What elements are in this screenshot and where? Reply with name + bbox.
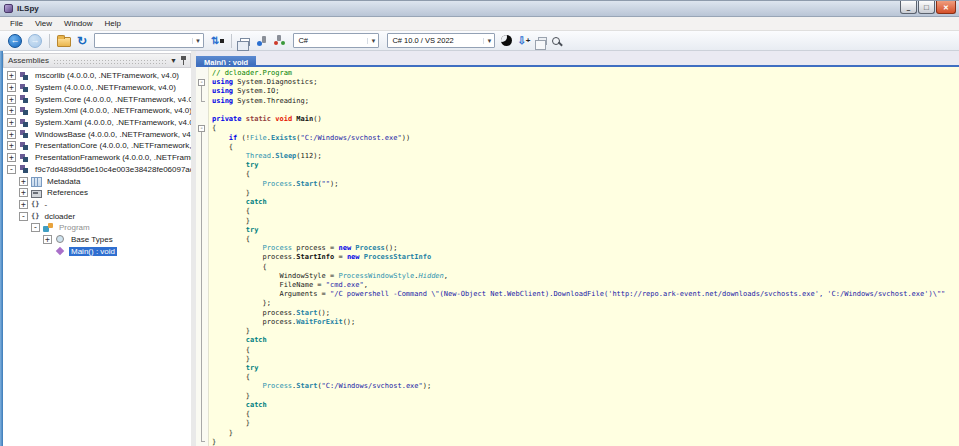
main-area: Assemblies ▼ +mscorlib (4.0.0.0, .NETFra… [0,51,959,446]
code-line: process.Start(); [212,309,959,318]
code-line: using System.Diagnostics; [212,78,959,87]
code-line: } [212,392,959,401]
code-line: WindowStyle = ProcessWindowStyle.Hidden, [212,272,959,281]
tree-item-label: f9c7dd489dd56e10c4e003e38428fe06097aca74… [33,165,191,174]
tree-item-label: System (4.0.0.0, .NETFramework, v4.0) [33,83,178,92]
tree-item[interactable]: +System.Xml (4.0.0.0, .NETFramework, v4.… [3,105,191,117]
code-editor[interactable]: - - // dcloader.Programusing System.Diag… [196,67,959,446]
menu-help[interactable]: Help [101,19,129,28]
navigation-dropdown[interactable]: ▼ [94,33,204,48]
tree-item-label: PresentationCore (4.0.0.0, .NETFramework… [33,141,191,150]
assembly-icon [19,118,30,128]
pin-icon[interactable] [181,56,186,66]
expand-icon[interactable]: + [19,188,28,197]
code-line: try [212,226,959,235]
forward-button[interactable] [28,34,42,48]
expand-icon[interactable]: + [7,71,16,80]
language-dropdown[interactable]: C# ▼ [293,33,379,48]
expand-icon[interactable]: + [7,141,16,150]
tree-item-label: WindowsBase (4.0.0.0, .NETFramework, v4.… [33,130,191,139]
tree-item-label: References [45,188,90,197]
fold-collapse-icon[interactable]: - [198,79,205,86]
assembly-icon [19,141,30,151]
minimize-button[interactable] [900,1,917,14]
menu-bar: FileViewWindowHelp [0,17,959,31]
metadata-icon [31,176,42,186]
tree-item[interactable]: -f9c7dd489dd56e10c4e003e38428fe06097aca7… [3,164,191,176]
assembly-icon [19,164,30,174]
expand-icon[interactable]: + [7,83,16,92]
tree-item[interactable]: +WindowsBase (4.0.0.0, .NETFramework, v4… [3,128,191,140]
tree-item[interactable]: +Metadata [3,175,191,187]
fold-line [201,132,202,441]
assemblies-panel-title: Assemblies [8,56,49,65]
code-line: { [212,143,959,152]
collapse-icon[interactable]: - [7,165,16,174]
tree-item[interactable]: +Base Types [3,234,191,246]
duplicate-tab-icon[interactable] [538,37,547,45]
tree-item[interactable]: +{}- [3,199,191,211]
class-icon [43,223,54,233]
assembly-icon [19,94,30,104]
tree-item-label: dcloader [42,212,77,221]
menu-file[interactable]: File [6,19,31,28]
expand-icon[interactable]: + [7,118,16,127]
refresh-icon[interactable] [77,34,87,48]
sort-assemblies-icon[interactable] [211,35,224,46]
chevron-down-icon: ▼ [192,38,203,44]
menu-window[interactable]: Window [60,19,100,28]
expand-icon[interactable]: + [7,106,16,115]
show-internal-api-icon[interactable] [273,35,286,47]
namespace-icon: {} [31,211,39,221]
collapse-icon[interactable]: - [31,223,40,232]
menu-view[interactable]: View [31,19,60,28]
window-controls [899,1,956,14]
tree-item[interactable]: +mscorlib (4.0.0.0, .NETFramework, v4.0) [3,70,191,82]
sort-members-icon[interactable] [517,35,530,46]
tree-item-label: Main() : void [69,247,117,256]
expand-icon[interactable]: + [7,153,16,162]
assemblies-tree: +mscorlib (4.0.0.0, .NETFramework, v4.0)… [3,68,191,257]
search-icon[interactable] [552,37,560,45]
follow-selection-icon[interactable] [255,35,267,47]
code-line: FileName = "cmd.exe", [212,281,959,290]
code-line: // dcloader.Program [212,69,959,78]
close-button[interactable] [936,1,956,14]
expand-icon[interactable]: + [19,177,28,186]
tree-item[interactable]: +PresentationCore (4.0.0.0, .NETFramewor… [3,140,191,152]
expand-icon[interactable]: + [43,235,52,244]
open-file-icon[interactable] [57,37,71,47]
tree-item[interactable]: +System.Core (4.0.0.0, .NETFramework, v4… [3,93,191,105]
ilspy-window: ILSpy FileViewWindowHelp ▼ C# ▼ C# 10.0 … [0,0,959,446]
tree-item[interactable]: +System.Xaml (4.0.0.0, .NETFramework, v4… [3,117,191,129]
code-line: } [212,429,959,438]
code-line: { [212,373,959,382]
tree-item-label: Program [57,223,92,232]
tree-item[interactable]: +PresentationFramework (4.0.0.0, .NETFra… [3,152,191,164]
maximize-button[interactable] [918,1,935,14]
language-version-dropdown[interactable]: C# 10.0 / VS 2022 ▼ [387,33,495,48]
title-bar[interactable]: ILSpy [0,1,959,17]
tree-item[interactable]: -{}dcloader [3,210,191,222]
back-button[interactable] [8,34,22,48]
assemblies-panel-header[interactable]: Assemblies ▼ [3,53,191,68]
collapse-icon[interactable]: - [19,212,28,221]
expand-icon[interactable]: + [7,130,16,139]
tree-item[interactable]: -Program [3,222,191,234]
toolbar-separator [49,34,50,48]
code-line: } [212,438,959,446]
theme-toggle-icon[interactable] [501,35,512,46]
expand-icon[interactable]: + [7,95,16,104]
expand-icon[interactable]: + [19,200,28,209]
tree-item[interactable]: +References [3,187,191,199]
window-cascade-icon[interactable] [240,38,250,46]
code-line: Thread.Sleep(112); [212,152,959,161]
fold-collapse-icon[interactable]: - [198,125,205,132]
code-line: Process.Start(""); [212,180,959,189]
code-line: Process.Start("C:/Windows/svchost.exe"); [212,382,959,391]
chevron-down-icon: ▼ [483,38,494,44]
tree-item[interactable]: +System (4.0.0.0, .NETFramework, v4.0) [3,82,191,94]
tree-item[interactable]: Main() : void [3,245,191,257]
code-line: { [212,235,959,244]
panel-menu-icon[interactable]: ▼ [170,57,177,64]
